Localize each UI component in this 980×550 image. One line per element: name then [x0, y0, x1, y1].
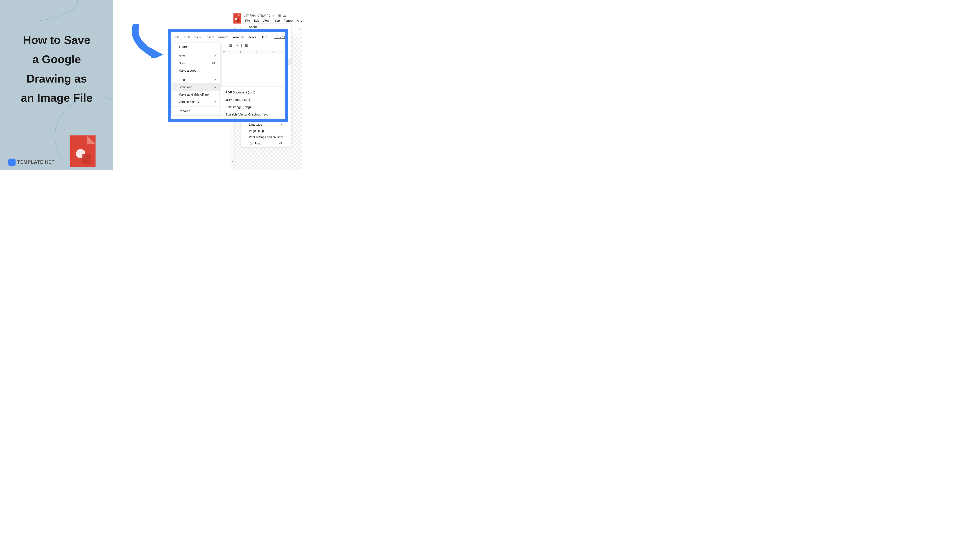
app-header: Untitled drawing ☆ ▣ ☁ File Edit View In…: [231, 11, 302, 25]
arrow-annotation: [129, 24, 163, 58]
menu-offline[interactable]: Make available offline: [172, 91, 220, 98]
menu-new[interactable]: New▶: [172, 52, 220, 59]
menu-view[interactable]: View: [192, 34, 203, 40]
menubar: File Edit View Insert Format Arrange Too…: [243, 18, 302, 24]
textbox-icon[interactable]: ⊡: [298, 27, 302, 32]
left-panel: How to Save a Google Drawing as an Image…: [0, 0, 113, 170]
menu-share[interactable]: Share: [242, 24, 291, 30]
detail-menubar: File Edit View Insert Format Arrange Too…: [171, 32, 285, 42]
menu-edit[interactable]: Edit: [182, 34, 192, 40]
menu-version-history[interactable]: Version history▶: [172, 98, 220, 105]
detail-horizontal-ruler: 0 1 2 3 4: [221, 50, 285, 54]
menu-make-copy[interactable]: Make a copy: [172, 67, 220, 74]
more-icon[interactable]: ⊞: [245, 43, 248, 48]
menu-email[interactable]: Email▶: [172, 76, 220, 83]
move-folder-icon[interactable]: ▣: [278, 13, 281, 18]
file-menu-detail: Share New▶ Open⌘O Make a copy Email▶ Dow…: [172, 43, 220, 115]
download-png[interactable]: PNG image (.png): [220, 103, 286, 111]
menu-insert[interactable]: Insert: [271, 18, 282, 23]
menu-file[interactable]: File: [243, 18, 252, 23]
menu-arrange[interactable]: Arrange: [231, 34, 246, 40]
menu-view[interactable]: View: [261, 18, 270, 23]
print-icon: ⎙: [249, 142, 252, 145]
menu-insert[interactable]: Insert: [204, 34, 216, 40]
textbox-icon[interactable]: ⊡: [229, 43, 232, 48]
download-pdf[interactable]: PDF Document (.pdf): [220, 89, 286, 96]
google-drawings-icon: [234, 13, 241, 24]
menu-page-setup[interactable]: Page setup: [242, 128, 291, 134]
menu-download[interactable]: Download▶: [172, 83, 220, 91]
menu-open[interactable]: Open⌘O: [172, 59, 220, 67]
svg-marker-0: [150, 47, 163, 58]
menu-rename[interactable]: Rename: [172, 107, 220, 115]
menu-language[interactable]: Language▶: [242, 121, 291, 128]
detail-callout: File Edit View Insert Format Arrange Too…: [168, 29, 288, 122]
decorative-curve: [19, 0, 80, 26]
separator: |: [241, 43, 242, 48]
download-svg[interactable]: Scalable Vector Graphics (.svg): [220, 111, 286, 118]
cloud-status-icon: ☁: [283, 13, 286, 18]
menu-print[interactable]: ⎙Print⌘P: [242, 140, 291, 147]
template-logo-icon: T: [8, 159, 16, 166]
menu-file[interactable]: File: [173, 34, 182, 40]
menu-share[interactable]: Share: [172, 43, 220, 50]
document-title[interactable]: Untitled drawing: [243, 13, 270, 18]
menu-edit[interactable]: Edit: [252, 18, 261, 23]
menu-help[interactable]: Help: [259, 34, 269, 40]
download-submenu: PDF Document (.pdf) JPEG image (.jpg) PN…: [220, 87, 286, 120]
menu-tools[interactable]: Tools: [247, 34, 258, 40]
image-icon[interactable]: ▫▾: [235, 43, 238, 48]
download-jpeg[interactable]: JPEG image (.jpg): [220, 96, 286, 103]
star-icon[interactable]: ☆: [273, 13, 276, 18]
menu-print-settings[interactable]: Print settings and preview: [242, 134, 291, 140]
last-edit-link[interactable]: Last edit was 2: [274, 35, 288, 39]
menu-format[interactable]: Format: [216, 34, 231, 40]
template-net-logo: T TEMPLATE.NET: [8, 159, 55, 166]
menu-format[interactable]: Format: [282, 18, 295, 23]
google-drawings-icon: [70, 136, 95, 167]
menu-arrange[interactable]: Arrange: [295, 18, 302, 23]
article-title: How to Save a Google Drawing as an Image…: [13, 30, 101, 107]
